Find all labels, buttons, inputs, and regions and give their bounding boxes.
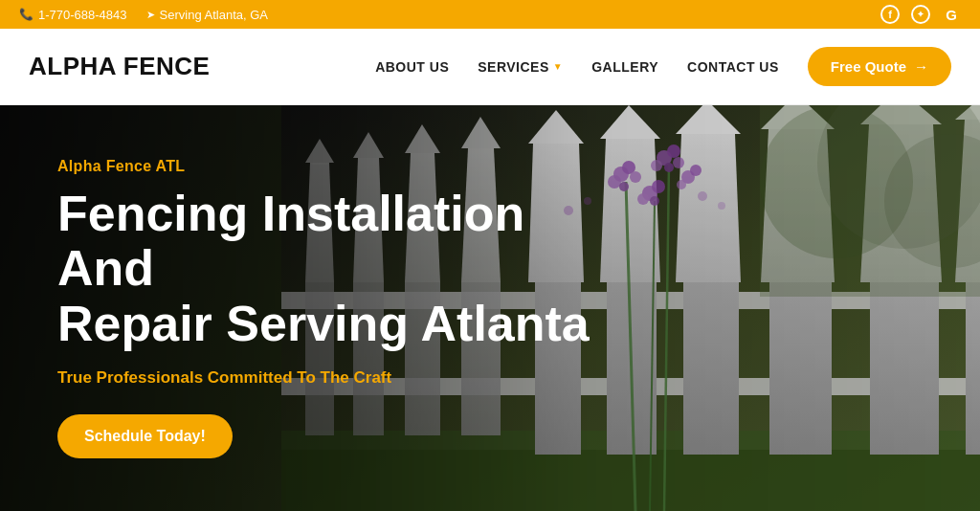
hero-title: Fencing Installation And Repair Serving … [57, 187, 632, 351]
top-bar-right: f ✦ G [880, 5, 961, 24]
free-quote-button[interactable]: Free Quote → [808, 47, 951, 86]
google-icon[interactable]: G [942, 5, 961, 24]
phone-icon: 📞 [19, 8, 33, 21]
hero-subtitle: Alpha Fence ATL [57, 158, 923, 175]
schedule-button[interactable]: Schedule Today! [57, 414, 233, 458]
logo[interactable]: ALPHA FENCE [29, 52, 210, 81]
nav-about[interactable]: ABOUT US [375, 59, 449, 75]
hero-tagline: True Professionals Committed To The Craf… [57, 368, 923, 388]
phone-number: 1-770-688-4843 [38, 8, 127, 22]
nav-gallery[interactable]: GALLERY [591, 59, 658, 75]
location-icon: ➤ [146, 9, 155, 21]
phone-item[interactable]: 📞 1-770-688-4843 [19, 8, 127, 22]
top-bar-left: 📞 1-770-688-4843 ➤ Serving Atlanta, GA [19, 8, 268, 22]
services-dropdown-arrow: ▼ [553, 61, 563, 72]
navigation: ABOUT US SERVICES ▼ GALLERY CONTACT US F… [375, 47, 951, 86]
hero-content: Alpha Fence ATL Fencing Installation And… [0, 105, 980, 511]
hero-section: Alpha Fence ATL Fencing Installation And… [0, 105, 980, 511]
top-bar: 📞 1-770-688-4843 ➤ Serving Atlanta, GA f… [0, 0, 980, 29]
location-text: Serving Atlanta, GA [160, 8, 268, 22]
pin-icon[interactable]: ✦ [911, 5, 930, 24]
nav-services[interactable]: SERVICES ▼ [478, 59, 563, 75]
nav-contact[interactable]: CONTACT US [687, 59, 779, 75]
location-item[interactable]: ➤ Serving Atlanta, GA [146, 8, 268, 22]
arrow-icon: → [914, 58, 928, 75]
facebook-icon[interactable]: f [880, 5, 900, 24]
header: ALPHA FENCE ABOUT US SERVICES ▼ GALLERY … [0, 29, 980, 105]
